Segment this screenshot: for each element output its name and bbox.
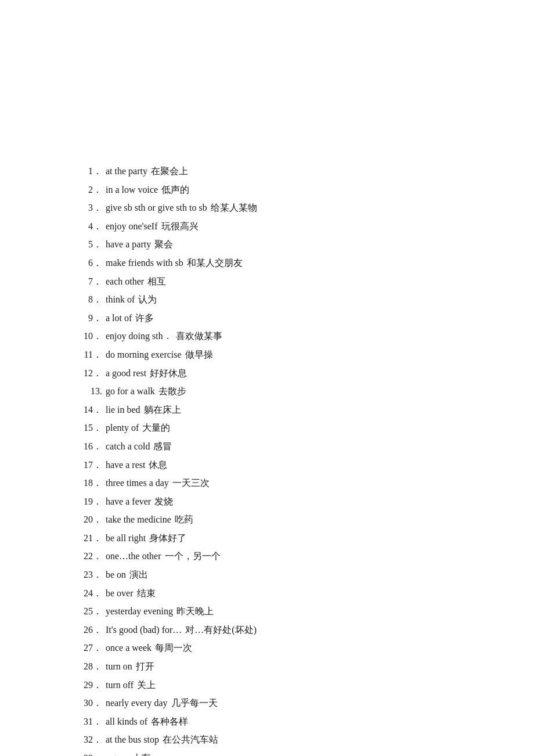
item-chinese: 做早操: [185, 346, 213, 363]
item-english: give sb sth or give sth to sb: [106, 199, 207, 217]
item-english: get on: [106, 750, 129, 756]
item-number: 12．: [81, 365, 102, 382]
item-chinese: 各种各样: [151, 713, 188, 730]
item-chinese: 给某人某物: [211, 199, 257, 217]
item-english: turn off: [106, 676, 134, 694]
item-chinese: 在聚会上: [151, 163, 188, 180]
item-english: each other: [106, 273, 144, 290]
item-english: all kinds of: [106, 713, 147, 730]
item-chinese: 喜欢做某事: [176, 327, 222, 345]
item-english: be on: [106, 566, 126, 584]
item-chinese: 聚会: [154, 236, 173, 253]
item-english: a lot of: [106, 309, 132, 327]
item-english: take the medicine: [106, 511, 171, 528]
item-chinese: 每周一次: [155, 639, 192, 657]
item-chinese: 结束: [137, 585, 156, 602]
item-number: 33．: [81, 750, 102, 756]
item-english: have a fever: [106, 493, 151, 510]
item-number: 17．: [81, 456, 102, 474]
list-item: 15．plenty of大量的: [81, 419, 488, 437]
item-english: do morning exercise: [106, 346, 182, 363]
item-number: 30．: [81, 694, 102, 712]
list-item: 6．make friends with sb和某人交朋友: [81, 254, 488, 272]
list-item: 2．in a low voice低声的: [81, 181, 488, 199]
item-english: enjoy one'seIf: [106, 218, 158, 235]
item-number: 32．: [81, 731, 102, 748]
item-number: 13.: [81, 383, 102, 400]
item-english: three times a day: [106, 474, 169, 492]
item-chinese: 相互: [147, 273, 166, 290]
list-item: 13.go for a walk去散步: [81, 383, 488, 400]
item-chinese: 大量的: [142, 419, 170, 437]
item-number: 3．: [81, 199, 102, 217]
item-number: 25．: [81, 603, 102, 620]
item-english: plenty of: [106, 419, 139, 437]
list-item: 20．take the medicine吃药: [81, 511, 488, 528]
list-item: 21．be all right身体好了: [81, 530, 488, 547]
item-chinese: 昨天晚上: [176, 603, 214, 620]
item-number: 22．: [81, 548, 102, 565]
phrase-list: 1．at the party在聚会上2．in a low voice低声的3．g…: [81, 163, 488, 756]
list-item: 22．one…the other一个，另一个: [81, 548, 488, 565]
item-english: enjoy doing sth．: [106, 327, 172, 345]
list-item: 32．at the bus stop在公共汽车站: [81, 731, 488, 748]
item-number: 16．: [81, 438, 102, 455]
list-item: 8．think of认为: [81, 291, 488, 308]
item-chinese: 关上: [137, 676, 156, 694]
item-chinese: 吃药: [175, 511, 193, 528]
list-item: 31．all kinds of各种各样: [81, 713, 488, 730]
item-number: 11．: [81, 346, 102, 363]
item-english: be over: [106, 585, 134, 602]
item-number: 9．: [81, 309, 102, 327]
item-chinese: 对…有好处(坏处): [185, 621, 257, 639]
item-english: at the bus stop: [106, 731, 159, 748]
item-number: 21．: [81, 530, 102, 547]
item-number: 31．: [81, 713, 102, 730]
item-english: have a rest: [106, 456, 145, 474]
item-english: have a party: [106, 236, 151, 253]
list-item: 24．be over结束: [81, 585, 488, 602]
item-chinese: 一个，另一个: [165, 548, 221, 565]
list-item: 16．catch a cold感冒: [81, 438, 488, 455]
list-item: 30．nearly every day几乎每一天: [81, 694, 488, 712]
item-chinese: 打开: [136, 658, 154, 675]
item-number: 19．: [81, 493, 102, 510]
item-number: 8．: [81, 291, 102, 308]
item-number: 15．: [81, 419, 102, 437]
item-chinese: 几乎每一天: [171, 694, 218, 712]
item-chinese: 身体好了: [149, 530, 186, 547]
item-chinese: 一天三次: [172, 474, 210, 492]
item-english: go for a walk: [106, 383, 155, 400]
list-item: 5．have a party聚会: [81, 236, 488, 253]
list-item: 17．have a rest休息: [81, 456, 488, 474]
item-chinese: 躺在床上: [144, 401, 181, 419]
list-item: 10．enjoy doing sth．喜欢做某事: [81, 327, 488, 345]
item-english: think of: [106, 291, 135, 308]
item-english: nearly every day: [106, 694, 168, 712]
list-item: 25．yesterday evening昨天晚上: [81, 603, 488, 620]
item-english: in a low voice: [106, 181, 158, 199]
item-number: 14．: [81, 401, 102, 419]
item-english: yesterday evening: [106, 603, 173, 620]
item-english: one…the other: [106, 548, 161, 565]
item-english: It's good (bad) for…: [106, 621, 182, 639]
list-item: 23．be on演出: [81, 566, 488, 584]
item-chinese: 和某人交朋友: [187, 254, 243, 272]
item-number: 29．: [81, 676, 102, 694]
item-english: make friends with sb: [106, 254, 183, 272]
item-chinese: 发烧: [154, 493, 173, 510]
item-english: a good rest: [106, 365, 146, 382]
list-item: 29．turn off关上: [81, 676, 488, 694]
item-chinese: 去散步: [158, 383, 186, 400]
item-chinese: 认为: [138, 291, 157, 308]
item-number: 5．: [81, 236, 102, 253]
item-chinese: 好好休息: [150, 365, 187, 382]
list-item: 14．lie in bed躺在床上: [81, 401, 488, 419]
item-number: 7．: [81, 273, 102, 290]
item-number: 27．: [81, 639, 102, 657]
list-item: 12．a good rest好好休息: [81, 365, 488, 382]
item-english: at the party: [106, 163, 147, 180]
list-item: 27．once a week每周一次: [81, 639, 488, 657]
item-chinese: 玩很高兴: [161, 218, 199, 235]
list-item: 7．each other相互: [81, 273, 488, 290]
